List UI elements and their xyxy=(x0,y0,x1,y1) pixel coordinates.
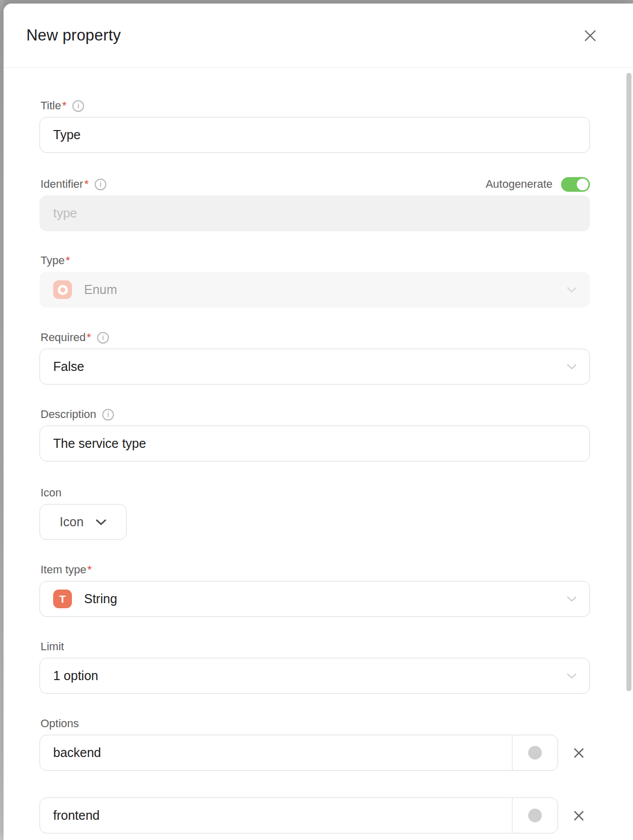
description-label-row: Description i xyxy=(41,408,590,421)
field-limit: Limit 1 option xyxy=(39,640,590,694)
info-icon[interactable]: i xyxy=(97,332,109,344)
icon-picker-button[interactable]: Icon xyxy=(39,504,127,540)
required-asterisk: * xyxy=(66,254,70,267)
field-identifier: Identifier* i Autogenerate xyxy=(39,178,590,231)
required-asterisk: * xyxy=(87,563,92,576)
options-label: Options xyxy=(41,717,79,730)
modal-title: New property xyxy=(26,26,121,45)
field-type: Type* Enum xyxy=(39,254,590,308)
close-icon xyxy=(573,747,584,759)
type-select-value: Enum xyxy=(84,282,117,297)
toggle-knob xyxy=(577,179,588,190)
remove-option-button[interactable] xyxy=(571,745,586,761)
close-icon xyxy=(583,29,597,43)
field-required: Required* i False xyxy=(39,331,590,385)
limit-label: Limit xyxy=(41,640,64,653)
chevron-down-icon xyxy=(567,364,576,369)
option-color-button[interactable] xyxy=(512,798,558,833)
color-swatch-icon xyxy=(528,809,542,822)
info-icon[interactable]: i xyxy=(102,409,114,421)
field-item-type: Item type* T String xyxy=(39,563,590,617)
chevron-down-icon xyxy=(567,674,576,679)
field-description: Description i xyxy=(39,408,590,461)
field-title: Title* i xyxy=(39,99,590,153)
required-asterisk: * xyxy=(87,331,91,344)
type-label-row: Type* xyxy=(41,254,590,267)
option-input-group xyxy=(39,735,558,771)
modal-header: New property xyxy=(4,4,633,68)
remove-option-button[interactable] xyxy=(571,808,586,823)
item-type-select[interactable]: T String xyxy=(39,581,590,617)
required-select-value: False xyxy=(53,359,84,374)
required-label-row: Required* i xyxy=(41,331,590,344)
limit-label-row: Limit xyxy=(41,640,590,653)
required-asterisk: * xyxy=(84,178,89,191)
modal-body: Title* i Identifier* i Autogenerate Type… xyxy=(4,68,633,833)
chevron-down-icon xyxy=(567,597,576,602)
new-property-modal: New property Title* i Identifier* i Auto… xyxy=(4,4,633,840)
info-icon[interactable]: i xyxy=(95,179,106,190)
item-type-label-row: Item type* xyxy=(41,563,590,576)
limit-select[interactable]: 1 option xyxy=(39,658,590,694)
item-type-label: Item type xyxy=(41,563,86,576)
modal-scrollbar[interactable] xyxy=(626,73,631,691)
option-value-input[interactable] xyxy=(40,798,512,833)
type-select: Enum xyxy=(39,272,590,308)
chevron-down-icon xyxy=(567,287,576,292)
required-label: Required xyxy=(41,331,86,344)
options-label-row: Options xyxy=(41,717,590,730)
enum-type-icon xyxy=(53,280,72,299)
autogenerate-label: Autogenerate xyxy=(486,178,552,191)
option-row xyxy=(39,797,590,833)
option-row xyxy=(39,735,590,771)
required-select[interactable]: False xyxy=(39,349,590,385)
item-type-select-value: String xyxy=(84,592,117,606)
icon-picker-label: Icon xyxy=(60,515,84,529)
description-input[interactable] xyxy=(39,426,590,461)
title-input[interactable] xyxy=(39,117,590,153)
field-icon: Icon Icon xyxy=(39,486,590,540)
info-icon[interactable]: i xyxy=(72,100,84,112)
title-label-row: Title* i xyxy=(41,99,590,112)
icon-label: Icon xyxy=(41,486,62,499)
identifier-label: Identifier xyxy=(41,178,83,191)
identifier-label-row: Identifier* i Autogenerate xyxy=(41,178,590,191)
type-label: Type xyxy=(41,254,65,267)
required-asterisk: * xyxy=(62,99,67,112)
close-icon xyxy=(573,810,584,821)
option-input-group xyxy=(39,797,558,833)
autogenerate-toggle[interactable] xyxy=(561,177,590,192)
option-value-input[interactable] xyxy=(40,735,512,770)
color-swatch-icon xyxy=(528,746,542,760)
description-label: Description xyxy=(41,408,96,421)
title-label: Title xyxy=(41,99,61,112)
string-type-icon: T xyxy=(53,590,72,608)
limit-select-value: 1 option xyxy=(53,668,98,683)
close-button[interactable] xyxy=(581,27,599,45)
identifier-input xyxy=(39,195,590,231)
chevron-down-icon xyxy=(96,519,106,525)
option-color-button[interactable] xyxy=(512,735,558,770)
field-options: Options xyxy=(39,717,590,833)
icon-label-row: Icon xyxy=(41,486,590,499)
